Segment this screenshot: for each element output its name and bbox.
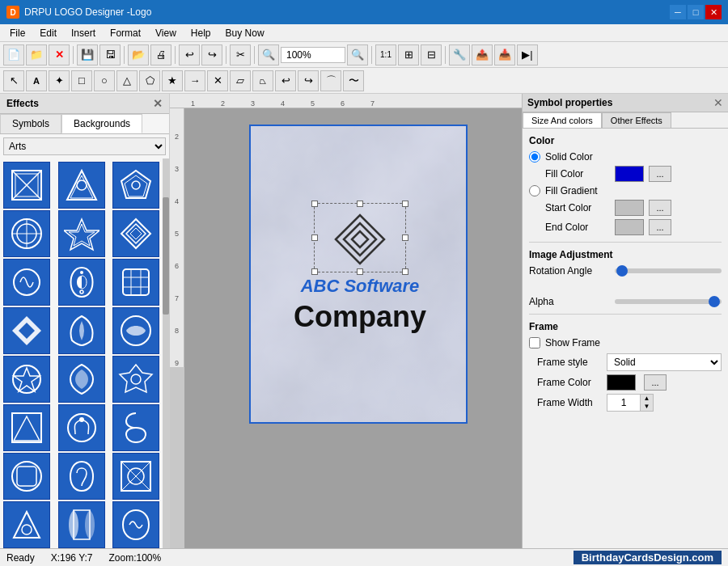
symbol-item[interactable] — [3, 404, 50, 451]
symbol-item[interactable] — [58, 259, 105, 306]
symbol-item[interactable] — [3, 162, 50, 209]
open-button[interactable]: 📁 — [26, 44, 47, 65]
menu-buynow[interactable]: Buy Now — [219, 26, 271, 40]
symbol-item[interactable] — [112, 210, 159, 257]
end-color-picker-button[interactable]: ... — [649, 219, 671, 235]
redo2-button[interactable]: ↪ — [298, 70, 319, 91]
zoom-out-button[interactable]: 🔍 — [347, 44, 368, 65]
menu-edit[interactable]: Edit — [33, 26, 63, 40]
handle-tr[interactable] — [402, 201, 408, 207]
category-dropdown[interactable]: Arts Business Nature Technology — [3, 137, 166, 155]
menu-format[interactable]: Format — [104, 26, 147, 40]
undo-button[interactable]: ↩ — [179, 44, 200, 65]
symbol-item[interactable] — [3, 501, 50, 548]
handle-tc[interactable] — [357, 201, 363, 207]
panel-close-button[interactable]: ✕ — [153, 97, 163, 110]
tab-size-colors[interactable]: Size And colors — [523, 112, 602, 128]
select-button[interactable]: ↖ — [3, 70, 24, 91]
import-button[interactable]: 📥 — [494, 44, 515, 65]
frame-color-swatch[interactable] — [607, 374, 636, 391]
symbol-item[interactable] — [3, 259, 50, 306]
trapezoid-button[interactable]: ⏢ — [252, 70, 273, 91]
grid2-button[interactable]: ⊟ — [421, 44, 442, 65]
save-button[interactable]: 💾 — [77, 44, 98, 65]
alpha-thumb[interactable] — [709, 296, 720, 307]
symbol-item[interactable] — [58, 501, 105, 548]
symbol-item[interactable] — [112, 501, 159, 548]
zoom-input[interactable]: 100% — [281, 47, 345, 63]
browse-button[interactable]: 📂 — [128, 44, 149, 65]
symbol-item[interactable] — [58, 210, 105, 257]
cut-button[interactable]: ✂ — [230, 44, 251, 65]
pentagon-button[interactable]: ⬠ — [139, 70, 160, 91]
save-as-button[interactable]: 🖫 — [99, 44, 121, 65]
prop-button[interactable]: 🔧 — [449, 44, 470, 65]
symbol-item[interactable] — [112, 356, 159, 403]
close-doc-button[interactable]: ✕ — [49, 44, 70, 65]
symbol-item[interactable] — [58, 404, 105, 451]
symbol-item[interactable] — [3, 453, 50, 500]
arrow-button[interactable]: ▶| — [517, 44, 538, 65]
show-frame-checkbox[interactable] — [529, 337, 540, 348]
symbol-item[interactable] — [112, 162, 159, 209]
rotation-thumb[interactable] — [616, 265, 628, 277]
frame-style-select[interactable]: Solid Dashed Dotted — [607, 353, 722, 371]
symbol-item[interactable] — [112, 453, 159, 500]
symbol-item[interactable] — [112, 307, 159, 354]
fill-gradient-radio[interactable] — [529, 185, 540, 196]
end-color-swatch[interactable] — [615, 219, 644, 235]
symbol-item[interactable] — [58, 453, 105, 500]
minimize-button[interactable]: ─ — [670, 5, 686, 19]
maximize-button[interactable]: □ — [688, 5, 704, 19]
symbol-button[interactable]: ✦ — [49, 70, 70, 91]
scrollbar-thumb[interactable] — [163, 197, 169, 315]
frame-width-input[interactable]: 1 — [607, 395, 640, 410]
star-button[interactable]: ★ — [162, 70, 183, 91]
symbol-item[interactable] — [112, 259, 159, 306]
symbol-item[interactable] — [58, 162, 105, 209]
new-button[interactable]: 📄 — [3, 44, 24, 65]
redo-button[interactable]: ↪ — [201, 44, 222, 65]
menu-help[interactable]: Help — [184, 26, 218, 40]
ellipse-button[interactable]: ○ — [94, 70, 115, 91]
triangle-button[interactable]: △ — [116, 70, 138, 91]
wave-button[interactable]: 〜 — [343, 70, 364, 91]
symbol-item[interactable] — [112, 404, 159, 451]
category-select[interactable]: Arts Business Nature Technology — [3, 137, 166, 155]
undo2-button[interactable]: ↩ — [275, 70, 296, 91]
spinner-up[interactable]: ▲ — [640, 395, 653, 403]
rect-button[interactable]: □ — [71, 70, 92, 91]
menu-view[interactable]: View — [149, 26, 183, 40]
handle-tl[interactable] — [311, 201, 318, 207]
fill-color-swatch[interactable] — [615, 166, 644, 182]
start-color-picker-button[interactable]: ... — [649, 200, 671, 216]
start-color-swatch[interactable] — [615, 200, 644, 216]
tab-backgrounds[interactable]: Backgrounds — [61, 114, 142, 133]
symbol-item[interactable] — [3, 356, 50, 403]
zoom-in-button[interactable]: 🔍 — [258, 44, 279, 65]
toolbar-1: 📄 📁 ✕ 💾 🖫 📂 🖨 ↩ ↪ ✂ 🔍 100% 🔍 1:1 ⊞ ⊟ 🔧 📤… — [0, 42, 728, 68]
fill-color-picker-button[interactable]: ... — [649, 166, 671, 182]
actual-size-button[interactable]: 1:1 — [375, 44, 396, 65]
cross-button[interactable]: ✕ — [207, 70, 228, 91]
frame-color-picker-button[interactable]: ... — [644, 374, 667, 391]
symbol-item[interactable] — [58, 356, 105, 403]
solid-color-radio[interactable] — [529, 151, 540, 163]
arrow-shape-button[interactable]: → — [184, 70, 205, 91]
menu-file[interactable]: File — [3, 26, 32, 40]
print-button[interactable]: 🖨 — [150, 44, 171, 65]
menu-insert[interactable]: Insert — [65, 26, 102, 40]
symbol-item[interactable] — [3, 307, 50, 354]
parallelogram-button[interactable]: ▱ — [230, 70, 251, 91]
symbol-item[interactable] — [3, 210, 50, 257]
text-button[interactable]: A — [26, 70, 47, 91]
rp-close-button[interactable]: ✕ — [713, 96, 723, 109]
close-button[interactable]: ✕ — [705, 5, 722, 19]
spinner-down[interactable]: ▼ — [640, 403, 653, 411]
grid-button[interactable]: ⊞ — [398, 44, 419, 65]
tab-other-effects[interactable]: Other Effects — [602, 112, 671, 128]
symbol-item[interactable] — [58, 307, 105, 354]
arc-button[interactable]: ⌒ — [320, 70, 341, 91]
export-button[interactable]: 📤 — [472, 44, 493, 65]
tab-symbols[interactable]: Symbols — [0, 114, 61, 133]
